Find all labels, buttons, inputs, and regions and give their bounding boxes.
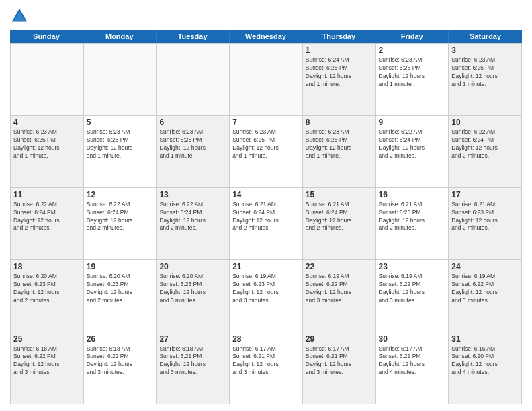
day-info: Sunrise: 6:16 AM Sunset: 6:20 PM Dayligh… xyxy=(451,345,519,377)
cal-cell-day-17: 17Sunrise: 6:21 AM Sunset: 6:23 PM Dayli… xyxy=(449,188,522,259)
cal-cell-day-22: 22Sunrise: 6:19 AM Sunset: 6:22 PM Dayli… xyxy=(303,260,376,331)
day-number: 8 xyxy=(306,118,373,127)
day-number: 6 xyxy=(159,118,226,127)
day-info: Sunrise: 6:20 AM Sunset: 6:23 PM Dayligh… xyxy=(159,273,226,305)
day-number: 22 xyxy=(306,262,373,271)
day-info: Sunrise: 6:20 AM Sunset: 6:23 PM Dayligh… xyxy=(87,273,154,305)
day-info: Sunrise: 6:21 AM Sunset: 6:24 PM Dayligh… xyxy=(306,201,373,233)
calendar: SundayMondayTuesdayWednesdayThursdayFrid… xyxy=(10,30,522,404)
day-number: 9 xyxy=(379,118,446,127)
day-number: 14 xyxy=(232,190,300,199)
cal-cell-day-9: 9Sunrise: 6:22 AM Sunset: 6:24 PM Daylig… xyxy=(376,116,449,187)
day-info: Sunrise: 6:17 AM Sunset: 6:21 PM Dayligh… xyxy=(232,345,300,377)
cal-cell-day-15: 15Sunrise: 6:21 AM Sunset: 6:24 PM Dayli… xyxy=(303,188,376,259)
day-info: Sunrise: 6:21 AM Sunset: 6:24 PM Dayligh… xyxy=(232,201,300,233)
cal-header-friday: Friday xyxy=(375,30,449,43)
day-number: 23 xyxy=(379,262,446,271)
day-number: 17 xyxy=(451,190,519,199)
cal-row-5: 25Sunrise: 6:18 AM Sunset: 6:22 PM Dayli… xyxy=(11,332,522,404)
day-number: 3 xyxy=(451,46,519,55)
day-info: Sunrise: 6:17 AM Sunset: 6:21 PM Dayligh… xyxy=(306,345,373,377)
day-info: Sunrise: 6:20 AM Sunset: 6:23 PM Dayligh… xyxy=(13,273,81,305)
cal-cell-day-7: 7Sunrise: 6:23 AM Sunset: 6:25 PM Daylig… xyxy=(230,116,303,187)
cal-cell-day-21: 21Sunrise: 6:19 AM Sunset: 6:23 PM Dayli… xyxy=(230,260,303,331)
day-number: 19 xyxy=(87,262,154,271)
day-info: Sunrise: 6:19 AM Sunset: 6:22 PM Dayligh… xyxy=(306,273,373,305)
day-info: Sunrise: 6:23 AM Sunset: 6:25 PM Dayligh… xyxy=(451,56,519,89)
day-number: 4 xyxy=(13,118,81,127)
cal-cell-day-24: 24Sunrise: 6:19 AM Sunset: 6:22 PM Dayli… xyxy=(449,260,522,331)
day-info: Sunrise: 6:21 AM Sunset: 6:23 PM Dayligh… xyxy=(379,201,446,233)
cal-cell-day-3: 3Sunrise: 6:23 AM Sunset: 6:25 PM Daylig… xyxy=(449,44,522,115)
cal-cell-empty xyxy=(84,44,157,115)
cal-cell-day-27: 27Sunrise: 6:18 AM Sunset: 6:21 PM Dayli… xyxy=(157,332,230,404)
cal-cell-day-10: 10Sunrise: 6:22 AM Sunset: 6:24 PM Dayli… xyxy=(449,116,522,187)
cal-cell-day-18: 18Sunrise: 6:20 AM Sunset: 6:23 PM Dayli… xyxy=(11,260,84,331)
cal-row-4: 18Sunrise: 6:20 AM Sunset: 6:23 PM Dayli… xyxy=(11,260,522,332)
header xyxy=(10,7,522,26)
day-number: 26 xyxy=(87,334,154,344)
cal-cell-day-25: 25Sunrise: 6:18 AM Sunset: 6:22 PM Dayli… xyxy=(11,332,84,404)
cal-cell-day-20: 20Sunrise: 6:20 AM Sunset: 6:23 PM Dayli… xyxy=(157,260,230,331)
cal-cell-day-31: 31Sunrise: 6:16 AM Sunset: 6:20 PM Dayli… xyxy=(449,332,522,404)
cal-cell-day-1: 1Sunrise: 6:24 AM Sunset: 6:25 PM Daylig… xyxy=(303,44,376,115)
day-info: Sunrise: 6:19 AM Sunset: 6:23 PM Dayligh… xyxy=(232,273,300,305)
logo-icon xyxy=(10,7,29,26)
day-info: Sunrise: 6:23 AM Sunset: 6:25 PM Dayligh… xyxy=(13,128,81,161)
day-info: Sunrise: 6:22 AM Sunset: 6:24 PM Dayligh… xyxy=(159,201,226,233)
day-info: Sunrise: 6:22 AM Sunset: 6:24 PM Dayligh… xyxy=(379,128,446,161)
logo xyxy=(10,7,32,26)
cal-cell-day-29: 29Sunrise: 6:17 AM Sunset: 6:21 PM Dayli… xyxy=(303,332,376,404)
cal-cell-day-28: 28Sunrise: 6:17 AM Sunset: 6:21 PM Dayli… xyxy=(230,332,303,404)
day-info: Sunrise: 6:18 AM Sunset: 6:22 PM Dayligh… xyxy=(13,345,81,377)
cal-cell-day-12: 12Sunrise: 6:22 AM Sunset: 6:24 PM Dayli… xyxy=(84,188,157,259)
page: SundayMondayTuesdayWednesdayThursdayFrid… xyxy=(0,0,532,411)
day-number: 27 xyxy=(159,334,226,344)
cal-cell-day-6: 6Sunrise: 6:23 AM Sunset: 6:25 PM Daylig… xyxy=(157,116,230,187)
cal-cell-day-30: 30Sunrise: 6:17 AM Sunset: 6:21 PM Dayli… xyxy=(376,332,449,404)
cal-cell-day-13: 13Sunrise: 6:22 AM Sunset: 6:24 PM Dayli… xyxy=(157,188,230,259)
cal-cell-empty xyxy=(11,44,84,115)
day-info: Sunrise: 6:21 AM Sunset: 6:23 PM Dayligh… xyxy=(451,201,519,233)
day-info: Sunrise: 6:19 AM Sunset: 6:22 PM Dayligh… xyxy=(379,273,446,305)
cal-cell-day-14: 14Sunrise: 6:21 AM Sunset: 6:24 PM Dayli… xyxy=(230,188,303,259)
day-info: Sunrise: 6:23 AM Sunset: 6:25 PM Dayligh… xyxy=(232,128,300,161)
cal-cell-day-8: 8Sunrise: 6:23 AM Sunset: 6:25 PM Daylig… xyxy=(303,116,376,187)
cal-cell-empty xyxy=(157,44,230,115)
cal-cell-day-4: 4Sunrise: 6:23 AM Sunset: 6:25 PM Daylig… xyxy=(11,116,84,187)
day-number: 13 xyxy=(159,190,226,199)
day-info: Sunrise: 6:19 AM Sunset: 6:22 PM Dayligh… xyxy=(451,273,519,305)
day-number: 12 xyxy=(87,190,154,199)
cal-header-saturday: Saturday xyxy=(449,30,522,43)
day-number: 20 xyxy=(159,262,226,271)
day-info: Sunrise: 6:18 AM Sunset: 6:21 PM Dayligh… xyxy=(159,345,226,377)
day-info: Sunrise: 6:23 AM Sunset: 6:25 PM Dayligh… xyxy=(87,128,154,161)
day-info: Sunrise: 6:22 AM Sunset: 6:24 PM Dayligh… xyxy=(451,128,519,161)
day-number: 5 xyxy=(87,118,154,127)
cal-row-3: 11Sunrise: 6:22 AM Sunset: 6:24 PM Dayli… xyxy=(11,188,522,260)
cal-cell-day-23: 23Sunrise: 6:19 AM Sunset: 6:22 PM Dayli… xyxy=(376,260,449,331)
day-number: 7 xyxy=(232,118,300,127)
cal-header-tuesday: Tuesday xyxy=(157,30,230,43)
day-number: 11 xyxy=(13,190,81,199)
day-info: Sunrise: 6:18 AM Sunset: 6:22 PM Dayligh… xyxy=(87,345,154,377)
cal-header-thursday: Thursday xyxy=(302,30,375,43)
day-number: 10 xyxy=(451,118,519,127)
day-info: Sunrise: 6:23 AM Sunset: 6:25 PM Dayligh… xyxy=(159,128,226,161)
day-number: 2 xyxy=(379,46,446,55)
cal-row-2: 4Sunrise: 6:23 AM Sunset: 6:25 PM Daylig… xyxy=(11,116,522,187)
day-number: 24 xyxy=(451,262,519,271)
day-number: 18 xyxy=(13,262,81,271)
day-number: 16 xyxy=(379,190,446,199)
cal-header-wednesday: Wednesday xyxy=(230,30,303,43)
cal-header-monday: Monday xyxy=(83,30,157,43)
day-info: Sunrise: 6:23 AM Sunset: 6:25 PM Dayligh… xyxy=(379,56,446,89)
cal-cell-day-19: 19Sunrise: 6:20 AM Sunset: 6:23 PM Dayli… xyxy=(84,260,157,331)
day-number: 15 xyxy=(306,190,373,199)
day-info: Sunrise: 6:24 AM Sunset: 6:25 PM Dayligh… xyxy=(306,56,373,89)
cal-cell-day-2: 2Sunrise: 6:23 AM Sunset: 6:25 PM Daylig… xyxy=(376,44,449,115)
day-number: 21 xyxy=(232,262,300,271)
day-number: 1 xyxy=(306,46,373,55)
calendar-header: SundayMondayTuesdayWednesdayThursdayFrid… xyxy=(10,30,522,43)
cal-cell-day-16: 16Sunrise: 6:21 AM Sunset: 6:23 PM Dayli… xyxy=(376,188,449,259)
